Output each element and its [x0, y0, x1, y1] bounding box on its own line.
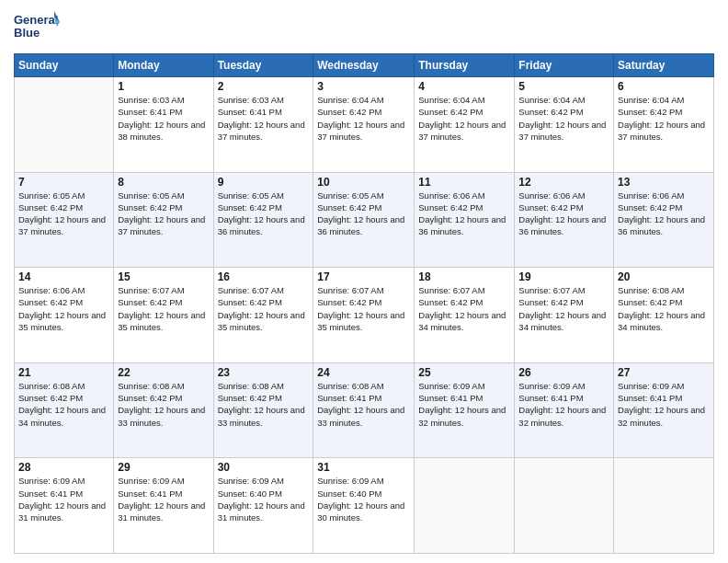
calendar-cell	[515, 458, 614, 554]
sunset-text: Sunset: 6:41 PM	[118, 107, 182, 117]
calendar-cell: 23Sunrise: 6:08 AM Sunset: 6:42 PM Dayli…	[213, 362, 313, 458]
sunset-text: Sunset: 6:42 PM	[518, 202, 583, 213]
week-row-3: 21Sunrise: 6:08 AM Sunset: 6:42 PM Dayli…	[15, 362, 714, 458]
day-info: Sunrise: 6:09 AM Sunset: 6:40 PM Dayligh…	[218, 475, 310, 523]
calendar-cell: 10Sunrise: 6:05 AM Sunset: 6:42 PM Dayli…	[313, 172, 415, 268]
sunrise-text: Sunrise: 6:05 AM	[317, 190, 383, 201]
daylight-text: Daylight: 12 hours and 36 minutes.	[218, 214, 305, 236]
weekday-wednesday: Wednesday	[313, 54, 415, 77]
day-info: Sunrise: 6:03 AM Sunset: 6:41 PM Dayligh…	[118, 94, 209, 143]
daylight-text: Daylight: 12 hours and 35 minutes.	[317, 310, 404, 332]
daylight-text: Daylight: 12 hours and 34 minutes.	[18, 405, 106, 427]
sunset-text: Sunset: 6:40 PM	[317, 488, 381, 499]
calendar-cell: 3Sunrise: 6:04 AM Sunset: 6:42 PM Daylig…	[313, 77, 415, 173]
sunset-text: Sunset: 6:42 PM	[118, 202, 182, 213]
sunrise-text: Sunrise: 6:06 AM	[618, 190, 684, 201]
weekday-monday: Monday	[114, 54, 213, 77]
sunrise-text: Sunrise: 6:09 AM	[618, 381, 684, 391]
sunrise-text: Sunrise: 6:09 AM	[518, 381, 585, 391]
calendar-cell: 19Sunrise: 6:07 AM Sunset: 6:42 PM Dayli…	[515, 268, 614, 363]
day-number: 12	[518, 176, 609, 189]
header: General Blue	[14, 9, 714, 46]
sunrise-text: Sunrise: 6:07 AM	[118, 285, 184, 295]
sunset-text: Sunset: 6:42 PM	[218, 297, 282, 307]
sunrise-text: Sunrise: 6:08 AM	[218, 381, 284, 391]
day-number: 13	[618, 176, 710, 189]
daylight-text: Daylight: 12 hours and 36 minutes.	[518, 214, 606, 236]
day-number: 25	[418, 366, 510, 379]
day-info: Sunrise: 6:04 AM Sunset: 6:42 PM Dayligh…	[518, 94, 609, 143]
day-number: 3	[317, 80, 410, 93]
calendar-cell: 21Sunrise: 6:08 AM Sunset: 6:42 PM Dayli…	[15, 362, 114, 458]
day-number: 29	[118, 461, 209, 474]
sunrise-text: Sunrise: 6:04 AM	[618, 95, 684, 105]
calendar-cell: 31Sunrise: 6:09 AM Sunset: 6:40 PM Dayli…	[313, 458, 415, 554]
day-number: 28	[18, 461, 109, 474]
calendar-cell: 29Sunrise: 6:09 AM Sunset: 6:41 PM Dayli…	[114, 458, 213, 554]
week-row-4: 28Sunrise: 6:09 AM Sunset: 6:41 PM Dayli…	[15, 458, 714, 554]
day-number: 5	[518, 80, 609, 93]
sunrise-text: Sunrise: 6:08 AM	[18, 381, 85, 391]
day-info: Sunrise: 6:04 AM Sunset: 6:42 PM Dayligh…	[317, 94, 410, 143]
week-row-0: 1Sunrise: 6:03 AM Sunset: 6:41 PM Daylig…	[15, 77, 714, 173]
sunset-text: Sunset: 6:41 PM	[418, 393, 483, 403]
sunset-text: Sunset: 6:42 PM	[317, 202, 381, 213]
calendar-cell: 20Sunrise: 6:08 AM Sunset: 6:42 PM Dayli…	[614, 268, 714, 363]
daylight-text: Daylight: 12 hours and 35 minutes.	[218, 310, 305, 332]
calendar-cell: 5Sunrise: 6:04 AM Sunset: 6:42 PM Daylig…	[515, 77, 614, 173]
sunrise-text: Sunrise: 6:05 AM	[18, 190, 85, 201]
day-info: Sunrise: 6:08 AM Sunset: 6:42 PM Dayligh…	[618, 284, 710, 333]
calendar-cell: 24Sunrise: 6:08 AM Sunset: 6:41 PM Dayli…	[313, 362, 415, 458]
calendar-cell: 4Sunrise: 6:04 AM Sunset: 6:42 PM Daylig…	[415, 77, 515, 173]
sunrise-text: Sunrise: 6:03 AM	[118, 95, 184, 105]
sunset-text: Sunset: 6:41 PM	[218, 107, 282, 117]
weekday-sunday: Sunday	[15, 54, 114, 77]
sunset-text: Sunset: 6:42 PM	[317, 297, 381, 307]
day-info: Sunrise: 6:07 AM Sunset: 6:42 PM Dayligh…	[118, 284, 209, 333]
weekday-thursday: Thursday	[415, 54, 515, 77]
daylight-text: Daylight: 12 hours and 32 minutes.	[418, 405, 506, 427]
calendar-cell: 2Sunrise: 6:03 AM Sunset: 6:41 PM Daylig…	[213, 77, 313, 173]
day-info: Sunrise: 6:07 AM Sunset: 6:42 PM Dayligh…	[418, 284, 510, 333]
day-info: Sunrise: 6:09 AM Sunset: 6:41 PM Dayligh…	[518, 380, 609, 429]
calendar-table: SundayMondayTuesdayWednesdayThursdayFrid…	[14, 53, 714, 554]
sunrise-text: Sunrise: 6:07 AM	[317, 285, 383, 295]
daylight-text: Daylight: 12 hours and 36 minutes.	[317, 214, 404, 236]
day-number: 14	[18, 270, 109, 283]
sunset-text: Sunset: 6:41 PM	[118, 488, 182, 499]
calendar-cell: 30Sunrise: 6:09 AM Sunset: 6:40 PM Dayli…	[213, 458, 313, 554]
day-info: Sunrise: 6:03 AM Sunset: 6:41 PM Dayligh…	[218, 94, 310, 143]
day-number: 31	[317, 461, 410, 474]
sunrise-text: Sunrise: 6:06 AM	[518, 190, 585, 201]
daylight-text: Daylight: 12 hours and 31 minutes.	[218, 500, 305, 523]
day-number: 11	[418, 176, 510, 189]
daylight-text: Daylight: 12 hours and 37 minutes.	[118, 214, 205, 236]
day-info: Sunrise: 6:07 AM Sunset: 6:42 PM Dayligh…	[317, 284, 410, 333]
sunset-text: Sunset: 6:41 PM	[18, 488, 83, 499]
day-info: Sunrise: 6:09 AM Sunset: 6:40 PM Dayligh…	[317, 475, 410, 523]
sunset-text: Sunset: 6:42 PM	[218, 202, 282, 213]
sunset-text: Sunset: 6:42 PM	[518, 107, 583, 117]
daylight-text: Daylight: 12 hours and 34 minutes.	[418, 310, 506, 332]
day-number: 23	[218, 366, 310, 379]
day-number: 8	[118, 176, 209, 189]
sunrise-text: Sunrise: 6:07 AM	[518, 285, 585, 295]
sunset-text: Sunset: 6:42 PM	[118, 393, 182, 403]
calendar-cell: 17Sunrise: 6:07 AM Sunset: 6:42 PM Dayli…	[313, 268, 415, 363]
sunset-text: Sunset: 6:42 PM	[618, 107, 682, 117]
daylight-text: Daylight: 12 hours and 36 minutes.	[418, 214, 506, 236]
logo: General Blue	[14, 9, 60, 46]
daylight-text: Daylight: 12 hours and 33 minutes.	[317, 405, 404, 427]
day-info: Sunrise: 6:09 AM Sunset: 6:41 PM Dayligh…	[118, 475, 209, 523]
day-info: Sunrise: 6:04 AM Sunset: 6:42 PM Dayligh…	[618, 94, 710, 143]
day-number: 17	[317, 270, 410, 283]
calendar-cell	[415, 458, 515, 554]
day-number: 1	[118, 80, 209, 93]
day-info: Sunrise: 6:09 AM Sunset: 6:41 PM Dayligh…	[618, 380, 710, 429]
sunset-text: Sunset: 6:42 PM	[18, 297, 83, 307]
daylight-text: Daylight: 12 hours and 38 minutes.	[118, 120, 205, 142]
calendar-cell: 26Sunrise: 6:09 AM Sunset: 6:41 PM Dayli…	[515, 362, 614, 458]
sunset-text: Sunset: 6:41 PM	[518, 393, 583, 403]
weekday-friday: Friday	[515, 54, 614, 77]
page: General Blue SundayMondayTuesdayWednesda…	[0, 0, 728, 563]
